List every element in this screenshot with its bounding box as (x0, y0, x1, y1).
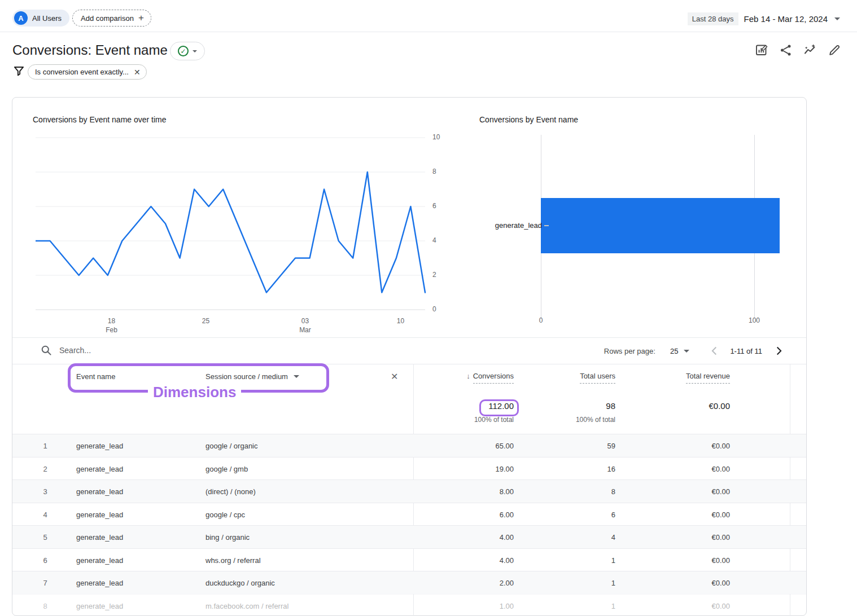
column-header-conversions[interactable]: ↓Conversions (401, 372, 514, 384)
filter-icon (14, 66, 24, 77)
plus-icon: + (138, 12, 144, 24)
table-cell: generate_lead (76, 511, 123, 519)
table-cell: 6.00 (401, 511, 514, 519)
filter-chip[interactable]: Is conversion event exactly... ✕ (28, 64, 147, 80)
table-cell: 2 (37, 465, 54, 473)
chevron-down-icon (684, 350, 689, 353)
table-totals-row: 112.00 100% of total 98 100% of total €0… (12, 395, 806, 434)
table-cell: 4.00 (401, 556, 514, 565)
insights-icon[interactable] (803, 43, 817, 57)
avatar: A (14, 11, 28, 25)
table-cell: 7 (37, 579, 54, 587)
table-cell: 2.00 (401, 579, 514, 587)
add-comparison-label: Add comparison (81, 14, 134, 23)
table-cell: google / organic (205, 442, 258, 450)
next-page-button[interactable] (772, 345, 785, 357)
table-row[interactable]: 4generate_leadgoogle / cpc6.006€0.00 (12, 503, 806, 526)
table-cell: generate_lead (76, 556, 123, 565)
table-cell: 6 (37, 556, 54, 565)
customize-chart-icon[interactable] (755, 43, 768, 57)
table-cell: 4 (502, 533, 615, 542)
table-cell: google / cpc (205, 511, 245, 519)
table-cell: 8 (502, 487, 615, 496)
table-cell: 5 (37, 533, 54, 542)
bar-chart-title: Conversions by Event name (479, 115, 578, 124)
previous-page-button[interactable] (709, 345, 721, 357)
page-title: Conversions: Event name (12, 42, 168, 58)
bar-generate-lead[interactable] (541, 198, 780, 253)
table-cell: €0.00 (617, 602, 730, 610)
date-preset-badge: Last 28 days (688, 12, 738, 25)
report-card: Conversions by Event name over time 0246… (12, 97, 807, 616)
table-cell: generate_lead (76, 465, 123, 473)
y-tick-label: 4 (432, 236, 436, 244)
total-conversions: 112.00 (401, 401, 514, 411)
column-header-total-revenue[interactable]: Total revenue (617, 372, 730, 384)
total-users: 98 (502, 401, 615, 411)
bar-x-tick-label: 100 (737, 316, 771, 324)
table-cell: m.facebook.com / referral (205, 602, 288, 610)
edit-icon[interactable] (828, 43, 841, 57)
table-cell: 59 (502, 442, 615, 450)
table-cell: bing / organic (205, 533, 250, 542)
table-cell: 1 (37, 442, 54, 450)
table-cell: generate_lead (76, 533, 123, 542)
pagination-range: 1-11 of 11 (730, 347, 762, 355)
table-body: 1generate_leadgoogle / organic65.0059€0.… (12, 434, 806, 616)
table-row[interactable]: 8generate_leadm.facebook.com / referral1… (12, 594, 806, 616)
table-row[interactable]: 1generate_leadgoogle / organic65.0059€0.… (12, 434, 806, 457)
rows-per-page-select[interactable]: 25 (670, 347, 689, 355)
table-cell: 3 (37, 487, 54, 496)
table-cell: 8.00 (401, 487, 514, 496)
close-icon[interactable]: ✕ (134, 68, 141, 77)
line-chart-plot (36, 132, 438, 318)
table-cell: €0.00 (617, 579, 730, 587)
table-cell: €0.00 (617, 511, 730, 519)
remove-dimension-button[interactable]: ✕ (391, 371, 398, 382)
total-users-pct: 100% of total (502, 416, 615, 424)
table-row[interactable]: 3generate_lead(direct) / (none)8.008€0.0… (12, 479, 806, 503)
chevron-down-icon (294, 375, 299, 378)
date-range-picker[interactable]: Last 28 days Feb 14 - Mar 12, 2024 (688, 12, 840, 25)
chevron-down-icon (193, 50, 197, 52)
table-cell: (direct) / (none) (205, 487, 256, 496)
report-status-dropdown[interactable]: ✓ (170, 42, 205, 60)
table-cell: 1 (502, 579, 615, 587)
segment-chip-all-users[interactable]: A All Users (12, 10, 69, 27)
y-tick-label: 10 (432, 133, 440, 141)
y-tick-label: 6 (432, 202, 436, 210)
table-row[interactable]: 7generate_leadduckduckgo / organic2.001€… (12, 571, 806, 594)
table-row[interactable]: 6generate_leadwhs.org / referral4.001€0.… (12, 548, 806, 571)
filter-chip-label: Is conversion event exactly... (35, 68, 129, 76)
table-cell: €0.00 (617, 487, 730, 496)
ga4-report-page: A All Users Add comparison + Last 28 day… (0, 0, 857, 616)
y-tick-label: 8 (432, 168, 436, 175)
header-action-icons (755, 43, 841, 57)
add-comparison-button[interactable]: Add comparison + (72, 10, 151, 27)
table-row[interactable]: 5generate_leadbing / organic4.004€0.00 (12, 525, 806, 548)
table-cell: 1 (502, 602, 615, 610)
table-row[interactable]: 2generate_leadgoogle / gmb19.0016€0.00 (12, 457, 806, 480)
table-cell: generate_lead (76, 579, 123, 587)
table-cell: €0.00 (617, 556, 730, 565)
check-badge-icon: ✓ (178, 46, 189, 56)
total-revenue: €0.00 (617, 401, 730, 411)
search-input[interactable] (59, 346, 229, 355)
table-cell: €0.00 (617, 533, 730, 542)
total-conversions-pct: 100% of total (401, 416, 514, 424)
bar-x-tick-label: 0 (524, 316, 558, 324)
column-header-event-name[interactable]: Event name (76, 372, 115, 381)
table-cell: €0.00 (617, 465, 730, 473)
table-header-row: Event name Session source / medium ✕ ↓Co… (12, 364, 806, 395)
column-header-session-source-medium[interactable]: Session source / medium (205, 372, 299, 381)
y-tick-label: 0 (432, 305, 436, 313)
x-tick-label: 03Mar (288, 316, 322, 335)
segment-chip-label: All Users (32, 14, 62, 23)
line-chart-conversions-over-time: Conversions by Event name over time 0246… (12, 98, 464, 337)
table-cell: 16 (502, 465, 615, 473)
column-header-total-users[interactable]: Total users (502, 372, 615, 384)
table-cell: 65.00 (401, 442, 514, 450)
x-tick-label: 10 (384, 316, 418, 325)
table-cell: 1.00 (401, 602, 514, 610)
share-icon[interactable] (779, 43, 793, 57)
